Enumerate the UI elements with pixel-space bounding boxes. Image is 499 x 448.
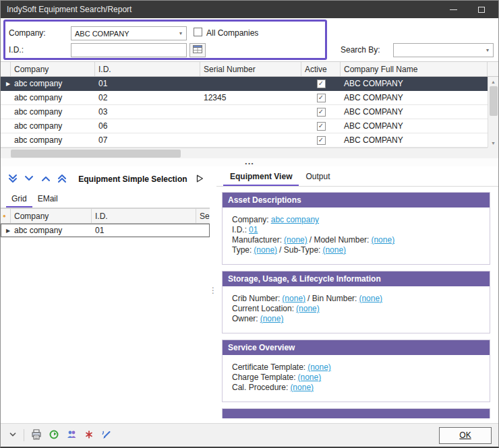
company-combobox[interactable]: ABC COMPANY ▾ — [71, 26, 187, 40]
table-row[interactable]: abc company 07 ✓ ABC COMPANY — [1, 133, 488, 148]
tab-equipment-view[interactable]: Equipment View — [223, 168, 299, 186]
tab-email[interactable]: EMail — [32, 191, 63, 207]
table-row[interactable]: abc company 02 12345 ✓ ABC COMPANY — [1, 91, 488, 105]
signature-pencil-icon — [101, 429, 112, 442]
vertical-splitter[interactable]: ⋮ — [210, 166, 216, 423]
run-selection-button[interactable] — [193, 172, 207, 187]
current-location-link[interactable]: (none) — [296, 304, 320, 313]
horizontal-splitter[interactable]: ... — [1, 158, 498, 166]
move-all-down-button[interactable] — [5, 171, 21, 187]
section-header-partial — [223, 409, 490, 418]
header-serial-number[interactable]: Serial Number — [200, 62, 301, 76]
type-link[interactable]: (none) — [254, 245, 277, 255]
chevron-down-icon[interactable]: ▾ — [175, 30, 186, 36]
tab-output[interactable]: Output — [299, 168, 336, 186]
cell-active: ✓ — [301, 105, 341, 119]
ok-button[interactable]: OK — [439, 427, 492, 444]
minimize-button[interactable] — [439, 1, 467, 18]
move-down-button[interactable] — [21, 171, 37, 187]
chevron-down-icon[interactable]: ▾ — [482, 47, 493, 53]
orange-dot-icon: ● — [3, 213, 6, 219]
header-company[interactable]: Company — [11, 62, 95, 76]
search-by-combobox[interactable]: ▾ — [393, 43, 494, 57]
chevron-down-icon — [24, 173, 34, 186]
owner-label: Owner: — [232, 314, 258, 323]
selection-header-indicator: ● — [1, 209, 11, 223]
vertical-scrollbar[interactable]: ▲ ▼ — [488, 77, 498, 148]
id-link[interactable]: 01 — [249, 225, 258, 234]
export-button[interactable] — [46, 427, 62, 443]
cell-company: abc company — [11, 119, 95, 133]
model-number-link[interactable]: (none) — [371, 235, 394, 245]
selection-header-company[interactable]: Company — [11, 209, 92, 223]
table-row[interactable]: abc company 03 ✓ ABC COMPANY — [1, 105, 488, 119]
print-grid-button[interactable] — [28, 427, 45, 443]
horizontal-scrollbar-thumb[interactable] — [11, 150, 181, 158]
people-icon — [66, 429, 77, 442]
horizontal-scrollbar[interactable] — [1, 148, 488, 158]
cell-company-full-name: ABC COMPANY — [341, 105, 488, 119]
minimize-icon — [450, 9, 457, 10]
selection-grid: ● Company I.D. Se ▶ abc company 01 — [1, 208, 210, 238]
cell-active: ✓ — [301, 119, 341, 133]
signature-button[interactable] — [98, 427, 115, 443]
table-row[interactable]: abc company 06 ✓ ABC COMPANY — [1, 119, 488, 133]
contacts-button[interactable] — [63, 427, 80, 443]
certificate-template-link[interactable]: (none) — [307, 362, 331, 372]
crib-number-link[interactable]: (none) — [282, 294, 305, 303]
tab-grid[interactable]: Grid — [6, 191, 32, 207]
id-lookup-button[interactable] — [189, 43, 206, 57]
type-label: Type: — [232, 245, 252, 255]
active-checkbox[interactable]: ✓ — [317, 79, 326, 88]
table-row[interactable]: ▶ abc company 01 ✓ ABC COMPANY — [1, 77, 488, 91]
active-checkbox[interactable]: ✓ — [317, 94, 326, 102]
lower-region: Equipment Simple Selection Grid EMail ● … — [1, 166, 498, 423]
cal-procedure-link[interactable]: (none) — [290, 383, 314, 392]
company-combobox-value: ABC COMPANY — [71, 30, 175, 38]
move-all-up-button[interactable] — [54, 171, 70, 187]
owner-link[interactable]: (none) — [260, 314, 284, 323]
row-indicator-icon: ▶ — [6, 228, 10, 234]
crib-number-label: Crib Number: — [232, 294, 280, 303]
title-bar: IndySoft Equipment Search/Report — [1, 1, 498, 18]
bottom-toolbar: OK — [1, 423, 498, 447]
storage-lifecycle-body: Crib Number:(none)/ Bin Number:(none) Cu… — [223, 286, 490, 333]
cell-active: ✓ — [301, 91, 341, 104]
company-field-label: Company: — [232, 215, 269, 224]
charge-template-link[interactable]: (none) — [298, 373, 322, 382]
active-checkbox[interactable]: ✓ — [317, 122, 326, 131]
expand-toolbar-button[interactable] — [5, 427, 21, 443]
vertical-scrollbar-thumb[interactable] — [490, 86, 498, 116]
selection-header-serial[interactable]: Se — [196, 209, 210, 223]
cell-company: abc company — [11, 77, 95, 90]
bin-number-link[interactable]: (none) — [359, 294, 382, 303]
selection-title: Equipment Simple Selection — [78, 174, 187, 184]
id-input[interactable] — [71, 43, 187, 57]
list-item[interactable]: ▶ abc company 01 — [1, 224, 210, 238]
cell-serial-number — [200, 119, 301, 133]
cell-company: abc company — [11, 224, 92, 237]
header-id[interactable]: I.D. — [95, 62, 200, 76]
selection-header-id[interactable]: I.D. — [92, 209, 196, 223]
move-up-button[interactable] — [38, 171, 54, 187]
manufacturer-link[interactable]: (none) — [284, 235, 307, 245]
selection-tabs: Grid EMail — [1, 191, 210, 208]
maximize-button[interactable] — [467, 1, 496, 18]
active-checkbox[interactable]: ✓ — [317, 136, 326, 145]
all-companies-checkbox[interactable] — [194, 28, 202, 36]
scroll-down-icon[interactable]: ▼ — [488, 138, 498, 148]
company-link[interactable]: abc company — [271, 215, 319, 224]
cell-id: 07 — [95, 133, 200, 147]
header-active[interactable]: Active — [301, 62, 341, 76]
header-company-full-name[interactable]: Company Full Name — [341, 62, 488, 76]
play-icon — [195, 174, 204, 185]
tools-button[interactable] — [81, 427, 97, 443]
selection-grid-body: ▶ abc company 01 — [1, 224, 210, 238]
sub-type-link[interactable]: (none) — [322, 245, 346, 255]
cell-serial-number — [200, 133, 301, 147]
cell-serial — [196, 224, 210, 237]
active-checkbox[interactable]: ✓ — [317, 108, 326, 117]
check-icon: ✓ — [318, 137, 324, 143]
service-overview-body: Certificate Template:(none) Charge Templ… — [223, 355, 490, 402]
scroll-up-icon[interactable]: ▲ — [488, 77, 498, 86]
